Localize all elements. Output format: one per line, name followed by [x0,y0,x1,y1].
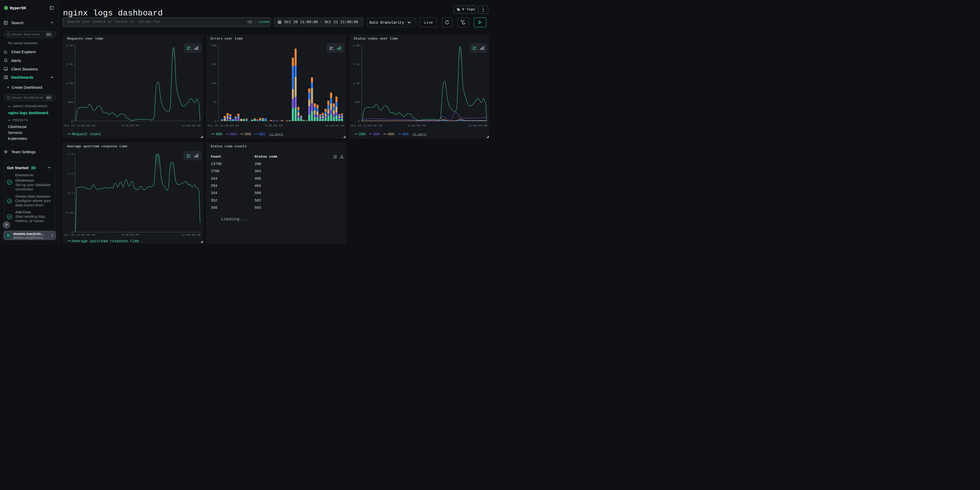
svg-text:800: 800 [68,101,73,104]
svg-text:Request count: Request count [72,132,101,136]
svg-text:700: 700 [355,101,360,104]
svg-text:1.4K: 1.4K [353,82,360,85]
svg-text:70: 70 [213,101,217,104]
svg-text:500: 500 [244,132,251,136]
svg-text:200: 200 [359,132,365,136]
svg-text:0.35: 0.35 [66,211,73,215]
svg-text:11:00:00 AM: 11:00:00 AM [181,234,200,237]
svg-text:2.1K: 2.1K [353,63,360,66]
svg-text:2.4K: 2.4K [66,63,73,66]
svg-text:Oct 20 11:00:00 AM: Oct 20 11:00:00 AM [64,124,95,127]
svg-text:400: 400 [215,132,222,136]
svg-text:11:00:00 AM: 11:00:00 AM [468,124,487,127]
svg-text:+3 more: +3 more [412,132,426,136]
svg-text:140: 140 [211,82,216,85]
svg-text:304: 304 [373,132,380,136]
svg-text:502: 502 [259,132,265,136]
svg-text:Oct 20 11:00:00 AM: Oct 20 11:00:00 AM [208,124,239,127]
svg-text:1.1: 1.1 [68,172,73,175]
svg-text:210: 210 [211,63,216,66]
svg-text:9:30:00 PM: 9:30:00 PM [408,124,425,127]
svg-text:404: 404 [230,132,237,136]
svg-text:Average upstream response time: Average upstream response time [72,239,139,243]
svg-text:9:30:00 PM: 9:30:00 PM [122,124,139,127]
svg-text:10:30:00 AM: 10:30:00 AM [325,124,344,127]
svg-text:9:30:00 PM: 9:30:00 PM [122,234,139,237]
svg-text:0.7: 0.7 [68,192,73,195]
svg-text:1.6K: 1.6K [66,82,73,85]
svg-text:0: 0 [71,120,73,123]
svg-text:Oct 20 11:00:00 AM: Oct 20 11:00:00 AM [64,234,95,237]
svg-text:0: 0 [215,120,216,123]
svg-text:Oct 20 11:00:00 AM: Oct 20 11:00:00 AM [351,124,382,127]
svg-text:400: 400 [387,132,394,136]
svg-text:280: 280 [211,44,216,47]
svg-text:2.8K: 2.8K [353,44,360,47]
svg-text:+1 more: +1 more [269,132,283,136]
svg-text:404: 404 [402,132,409,136]
svg-text:11:00:00 AM: 11:00:00 AM [181,124,200,127]
svg-text:3.2K: 3.2K [66,44,73,47]
svg-text:1.4: 1.4 [68,153,73,156]
svg-text:0: 0 [358,120,360,123]
svg-text:9:30:00 PM: 9:30:00 PM [265,124,282,127]
